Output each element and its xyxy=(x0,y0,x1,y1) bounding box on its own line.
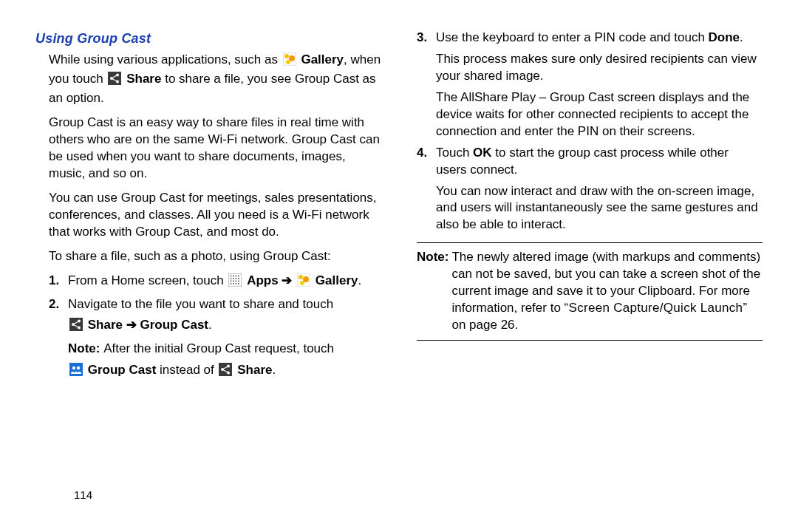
step-4: 4. Touch OK to start the group cast proc… xyxy=(417,145,763,234)
text: . xyxy=(208,318,212,332)
group-cast-icon xyxy=(69,363,83,381)
manual-page: Using Group Cast While using various app… xyxy=(0,0,798,532)
svg-rect-19 xyxy=(231,280,232,282)
step-body: Navigate to the file you want to share a… xyxy=(68,296,381,382)
svg-point-28 xyxy=(299,275,303,279)
step-number: 1. xyxy=(49,273,68,292)
share-icon xyxy=(108,72,121,90)
svg-rect-14 xyxy=(238,275,239,276)
text: . xyxy=(740,30,743,44)
svg-rect-12 xyxy=(233,275,234,276)
step-3: 3. Use the keyboard to enter a PIN code … xyxy=(417,30,763,140)
svg-point-30 xyxy=(300,281,304,285)
gallery-label: Gallery xyxy=(301,52,344,66)
intro-paragraph-3: You can use Group Cast for meetings, sal… xyxy=(49,190,381,241)
svg-rect-16 xyxy=(233,278,234,279)
svg-rect-23 xyxy=(231,283,232,284)
apps-icon xyxy=(228,273,242,292)
text: Use the keyboard to enter a PIN code and… xyxy=(436,30,709,44)
svg-rect-18 xyxy=(238,278,239,279)
done-label: Done xyxy=(709,30,740,44)
group-cast-label: Group Cast xyxy=(140,318,208,332)
gallery-icon xyxy=(283,52,296,71)
svg-rect-24 xyxy=(233,283,234,284)
text: Touch xyxy=(436,146,473,160)
text: Navigate to the file you want to share a… xyxy=(68,297,333,311)
step-number: 4. xyxy=(417,145,436,234)
svg-rect-11 xyxy=(231,275,232,276)
share-label: Share xyxy=(126,72,161,86)
text: While using various applications, such a… xyxy=(49,52,282,66)
svg-point-38 xyxy=(72,366,75,369)
text: From a Home screen, touch xyxy=(68,273,227,287)
note-text: The newly altered image (with markups an… xyxy=(451,249,763,334)
text: The AllShare Play – Group Cast screen di… xyxy=(436,89,763,140)
step-1: 1. From a Home screen, touch Apps ➔ xyxy=(49,273,381,292)
apps-label: Apps xyxy=(247,273,279,287)
svg-point-3 xyxy=(286,60,290,64)
svg-point-2 xyxy=(289,55,295,61)
arrow-icon: ➔ xyxy=(126,318,137,332)
text: instead of xyxy=(156,363,217,377)
svg-rect-22 xyxy=(238,280,239,282)
text: You can now interact and draw with the o… xyxy=(436,183,763,234)
svg-rect-20 xyxy=(233,280,234,282)
svg-rect-40 xyxy=(219,363,232,376)
intro-paragraph-1: While using various applications, such a… xyxy=(49,52,381,107)
text: This process makes sure only desired rec… xyxy=(436,51,763,85)
text: . xyxy=(358,273,362,287)
cross-reference: “Screen Capture/Quick Launch” xyxy=(565,301,748,315)
note-box: Note: The newly altered image (with mark… xyxy=(417,242,763,341)
text: . xyxy=(272,363,276,377)
svg-rect-37 xyxy=(69,363,83,376)
svg-point-1 xyxy=(284,54,289,58)
share-label: Share xyxy=(237,363,272,377)
step-body: From a Home screen, touch Apps ➔ xyxy=(68,273,381,292)
step-number: 3. xyxy=(417,30,436,140)
arrow-icon: ➔ xyxy=(282,273,292,287)
step-number: 2. xyxy=(49,296,68,382)
svg-rect-17 xyxy=(236,278,237,279)
gallery-label: Gallery xyxy=(316,273,358,287)
group-cast-label: Group Cast xyxy=(88,363,157,377)
svg-rect-31 xyxy=(69,318,83,331)
step-2: 2. Navigate to the file you want to shar… xyxy=(49,296,381,382)
note-label: Note: xyxy=(417,249,449,334)
gallery-icon xyxy=(297,273,310,292)
ok-label: OK xyxy=(473,146,492,160)
step-body: Use the keyboard to enter a PIN code and… xyxy=(436,30,763,140)
note-label: Note: xyxy=(68,341,103,355)
svg-point-29 xyxy=(303,276,309,282)
intro-paragraph-4: To share a file, such as a photo, using … xyxy=(49,248,381,265)
share-icon xyxy=(219,363,232,381)
svg-rect-4 xyxy=(108,72,121,85)
section-heading: Using Group Cast xyxy=(35,30,381,47)
step-body: Touch OK to start the group cast process… xyxy=(436,145,763,234)
share-label: Share xyxy=(88,318,123,332)
page-number: 114 xyxy=(74,488,92,502)
svg-rect-15 xyxy=(231,278,232,279)
svg-rect-13 xyxy=(236,275,237,276)
svg-point-39 xyxy=(77,366,80,369)
svg-rect-21 xyxy=(236,280,237,282)
text: on page 26. xyxy=(451,318,518,332)
svg-rect-25 xyxy=(236,283,237,284)
text: After the initial Group Cast request, to… xyxy=(103,341,334,355)
svg-rect-26 xyxy=(238,283,239,284)
share-icon xyxy=(69,318,83,336)
intro-paragraph-2: Group Cast is an easy way to share files… xyxy=(49,115,381,183)
